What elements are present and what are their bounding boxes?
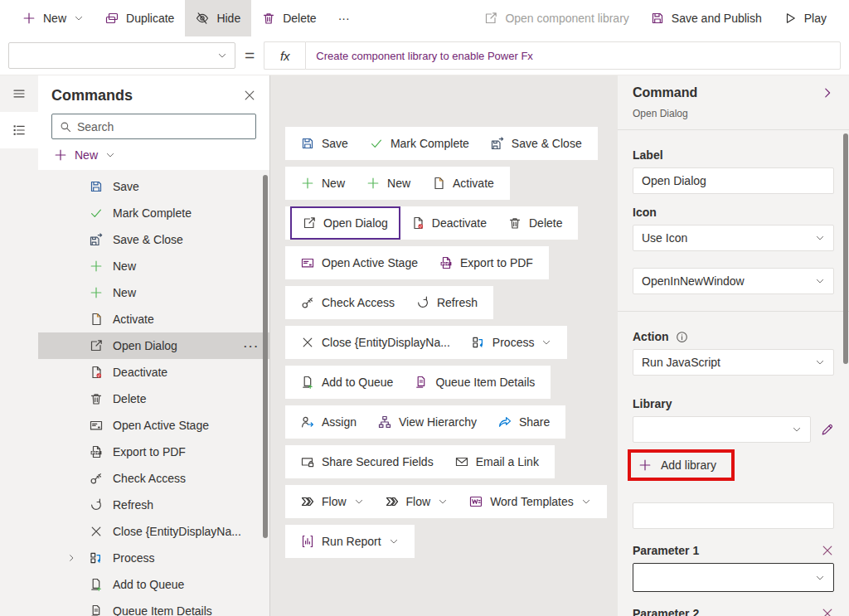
share-secured-fields-button[interactable]: Share Secured Fields [290, 445, 444, 478]
email-a-link-button[interactable]: Email a Link [444, 445, 550, 478]
more-options-button[interactable]: ··· [244, 340, 260, 352]
button-label: View Hierarchy [399, 415, 477, 429]
run-report-button[interactable]: Run Report [290, 525, 410, 558]
open-component-library-button[interactable]: Open component library [473, 0, 639, 36]
panel-new-label: New [75, 148, 98, 162]
command-item-refresh[interactable]: Refresh [38, 492, 269, 518]
process-button[interactable]: Process [461, 326, 563, 359]
assign-button[interactable]: Assign [290, 405, 367, 439]
command-item-queue-item-details[interactable]: Queue Item Details [38, 598, 269, 616]
add-library-button[interactable]: Add library [631, 453, 731, 478]
commands-scrollbar-thumb[interactable] [263, 175, 268, 538]
overflow-button[interactable]: ··· [327, 0, 361, 36]
fx-label: fx [264, 41, 305, 70]
panel-new-button[interactable]: New [51, 139, 256, 170]
export-to-pdf-button[interactable]: Export to PDF [429, 246, 544, 279]
icon-type-dropdown[interactable]: Use Icon [633, 225, 834, 251]
action-dropdown[interactable]: Run JavaScript [633, 349, 834, 376]
label-input[interactable]: Open Dialog [633, 167, 834, 194]
canvas: SaveMark CompleteSave & CloseNewNewActiv… [270, 75, 618, 616]
word-templates-button[interactable]: Word Templates [458, 485, 602, 518]
refresh-button[interactable]: Refresh [405, 286, 488, 319]
new-button[interactable]: New [290, 167, 356, 200]
close-entitydisplayna-button[interactable]: Close {EntityDisplayNa... [290, 326, 461, 359]
activate-button[interactable]: Activate [421, 167, 505, 200]
parameter-block: Parameter 2 [633, 607, 834, 616]
search-box[interactable] [51, 114, 256, 139]
close-panel-icon[interactable] [243, 89, 256, 102]
command-item-process[interactable]: Process [38, 545, 269, 571]
process-icon [90, 551, 103, 565]
open-new-icon [484, 12, 497, 25]
queue-item-details-button[interactable]: Queue Item Details [404, 366, 546, 399]
properties-scrollbar-thumb[interactable] [843, 133, 848, 364]
info-icon[interactable] [676, 331, 688, 343]
commands-panel-header: Commands New [38, 75, 269, 170]
tree-view-button[interactable] [0, 112, 38, 148]
command-item-add-to-queue[interactable]: Add to Queue [38, 571, 269, 598]
library-text-input[interactable] [633, 502, 834, 529]
command-item-new[interactable]: New [38, 279, 269, 306]
icon-name-dropdown[interactable]: OpenInNewWindow [633, 268, 834, 294]
expand-icon[interactable] [63, 553, 80, 563]
command-item-export-to-pdf[interactable]: Export to PDF [38, 439, 269, 465]
formula-input[interactable] [305, 41, 841, 70]
properties-subtitle: Open Dialog [633, 108, 834, 119]
remove-parameter-icon[interactable] [821, 607, 834, 616]
command-item-label: Process [113, 551, 155, 565]
library-dropdown[interactable] [633, 416, 811, 443]
share-secured-icon [301, 455, 314, 468]
command-item-deactivate[interactable]: Deactivate [38, 359, 269, 386]
command-item-open-active-stage[interactable]: Open Active Stage [38, 412, 269, 439]
open-dialog-button[interactable]: Open Dialog [290, 206, 400, 240]
new-button[interactable]: New [356, 167, 421, 200]
label-icon-section: Label Open Dialog Icon Use Icon OpenInNe… [618, 130, 849, 312]
command-bar-row: SaveMark CompleteSave & Close [285, 127, 598, 160]
menu-button[interactable] [0, 75, 38, 112]
view-hierarchy-button[interactable]: View Hierarchy [367, 405, 488, 439]
hamburger-icon [12, 87, 26, 100]
play-button[interactable]: Play [773, 0, 837, 36]
main-area: Commands New SaveMark CompleteSave & Clo… [0, 75, 849, 616]
formula-context-dropdown[interactable] [8, 42, 235, 69]
delete-button[interactable]: Delete [497, 206, 573, 240]
edit-library-pencil-icon[interactable] [821, 423, 834, 436]
flow-button[interactable]: Flow [375, 485, 459, 518]
hide-button[interactable]: Hide [185, 0, 251, 36]
button-label: Delete [529, 216, 562, 230]
flow-button[interactable]: Flow [290, 485, 375, 518]
refresh-icon [416, 296, 429, 309]
save-close-button[interactable]: Save & Close [480, 127, 593, 160]
delete-button[interactable]: Delete [251, 0, 327, 36]
command-item-new[interactable]: New [38, 253, 269, 279]
command-item-mark-complete[interactable]: Mark Complete [38, 200, 269, 226]
deactivate-button[interactable]: Deactivate [400, 206, 497, 240]
button-label: Process [492, 336, 535, 349]
check-access-button[interactable]: Check Access [290, 286, 405, 319]
command-item-open-dialog[interactable]: Open Dialog··· [38, 332, 269, 359]
search-input[interactable] [77, 120, 248, 133]
command-item-delete[interactable]: Delete [38, 386, 269, 412]
command-item-close-entitydisplayna[interactable]: Close {EntityDisplayNa... [38, 518, 269, 545]
chevron-down-icon [217, 51, 227, 61]
share-button[interactable]: Share [488, 405, 560, 439]
save-button[interactable]: Save [290, 127, 359, 160]
add-to-queue-button[interactable]: Add to Queue [290, 366, 404, 399]
command-item-check-access[interactable]: Check Access [38, 465, 269, 492]
chevron-down-icon [792, 424, 802, 434]
command-item-save[interactable]: Save [38, 173, 269, 200]
tree-view-icon [12, 124, 26, 137]
duplicate-button[interactable]: Duplicate [95, 0, 185, 36]
new-button[interactable]: New [12, 0, 95, 36]
button-label: Play [804, 12, 827, 25]
command-bar-row: Open Active StageExport to PDF [285, 246, 549, 279]
command-item-activate[interactable]: Activate [38, 306, 269, 332]
save-and-publish-button[interactable]: Save and Publish [640, 0, 773, 36]
open-active-stage-button[interactable]: Open Active Stage [290, 246, 429, 279]
chevron-right-icon[interactable] [821, 86, 834, 99]
command-item-save-close[interactable]: Save & Close [38, 226, 269, 253]
queue-plus-icon [90, 578, 103, 591]
remove-parameter-icon[interactable] [821, 544, 834, 557]
mark-complete-button[interactable]: Mark Complete [359, 127, 480, 160]
parameter-dropdown[interactable] [633, 563, 834, 592]
